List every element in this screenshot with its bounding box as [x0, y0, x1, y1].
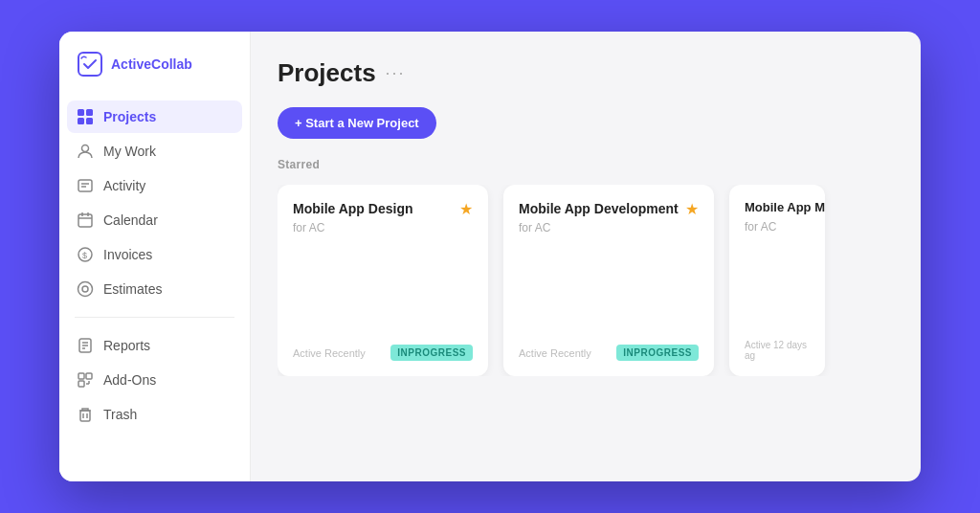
sidebar-item-add-ons-label: Add-Ons	[103, 372, 156, 388]
dollar-icon: $	[77, 246, 94, 263]
page-title: Projects	[278, 58, 376, 88]
project-card-3-bottom: Active 12 days ag	[745, 328, 810, 361]
project-card-1-client: for AC	[293, 221, 412, 234]
project-card-1-title: Mobile App Design	[293, 200, 412, 217]
sidebar-item-add-ons[interactable]: Add-Ons	[67, 364, 242, 396]
svg-rect-3	[78, 118, 84, 124]
project-card-2-title: Mobile App Development	[519, 200, 679, 217]
svg-point-5	[82, 145, 89, 152]
nav-section-secondary: Reports Add-Ons	[59, 329, 250, 431]
sidebar-item-reports[interactable]: Reports	[67, 329, 242, 362]
person-icon	[77, 143, 94, 160]
trash-icon	[77, 406, 94, 423]
logo-icon	[77, 51, 103, 78]
sidebar: ActiveCollab Projects My Work	[59, 32, 251, 481]
project-card-1-bottom: Active Recently INPROGRESS	[293, 333, 473, 361]
addons-icon	[77, 371, 94, 389]
app-window: ActiveCollab Projects My Work	[59, 32, 921, 481]
sidebar-item-invoices[interactable]: $ Invoices	[67, 238, 242, 271]
project-card-3-title: Mobile App M	[745, 200, 825, 216]
logo-text: ActiveCollab	[111, 56, 192, 72]
nav-divider	[75, 317, 234, 318]
project-card-2-badge: INPROGRESS	[616, 345, 699, 361]
sidebar-item-calendar-label: Calendar	[103, 212, 158, 228]
sidebar-item-my-work[interactable]: My Work	[67, 135, 242, 167]
sidebar-item-projects-label: Projects	[103, 109, 156, 124]
sidebar-item-invoices-label: Invoices	[103, 247, 152, 262]
section-label-starred: Starred	[278, 158, 894, 171]
project-card-1-top: Mobile App Design for AC ★	[293, 200, 473, 234]
star-icon-2: ★	[685, 200, 699, 218]
project-card-2-client: for AC	[519, 221, 679, 234]
grid-icon	[77, 108, 94, 125]
sidebar-item-estimates[interactable]: Estimates	[67, 273, 242, 305]
projects-grid: Mobile App Design for AC ★ Active Recent…	[278, 185, 894, 376]
main-content: Projects ··· + Start a New Project Starr…	[251, 32, 921, 481]
svg-point-16	[78, 282, 93, 297]
project-card-2[interactable]: Mobile App Development for AC ★ Active R…	[503, 185, 714, 376]
logo: ActiveCollab	[59, 51, 250, 100]
sidebar-item-activity-label: Activity	[103, 178, 145, 193]
nav-section-main: Projects My Work Activity	[59, 100, 250, 305]
settings-icon	[77, 280, 94, 298]
sidebar-item-reports-label: Reports	[103, 338, 150, 353]
sidebar-item-my-work-label: My Work	[103, 144, 156, 159]
svg-rect-0	[78, 53, 101, 76]
report-icon	[77, 337, 94, 354]
svg-rect-2	[86, 109, 93, 116]
new-project-button[interactable]: + Start a New Project	[278, 107, 436, 139]
project-card-3[interactable]: Mobile App M for AC Active 12 days ag	[729, 185, 825, 376]
svg-rect-9	[78, 214, 92, 227]
svg-rect-21	[78, 373, 84, 379]
svg-rect-1	[78, 109, 84, 116]
sidebar-item-trash[interactable]: Trash	[67, 398, 242, 431]
svg-rect-6	[78, 180, 92, 191]
sidebar-item-estimates-label: Estimates	[103, 281, 162, 297]
project-card-3-client: for AC	[745, 220, 825, 234]
project-card-2-status: Active Recently	[519, 347, 591, 359]
calendar-icon	[77, 212, 94, 229]
sidebar-item-calendar[interactable]: Calendar	[67, 204, 242, 236]
project-card-3-top: Mobile App M for AC	[745, 200, 810, 234]
sidebar-item-activity[interactable]: Activity	[67, 169, 242, 202]
star-icon-1: ★	[459, 200, 473, 218]
activity-icon	[77, 177, 94, 194]
svg-point-15	[82, 286, 88, 292]
sidebar-item-projects[interactable]: Projects	[67, 100, 242, 133]
svg-text:$: $	[82, 251, 87, 260]
svg-rect-24	[80, 411, 90, 421]
svg-rect-22	[86, 373, 92, 379]
project-card-2-bottom: Active Recently INPROGRESS	[519, 333, 699, 361]
svg-rect-4	[86, 118, 93, 124]
project-card-1-status: Active Recently	[293, 347, 366, 359]
project-card-3-status: Active 12 days ag	[745, 340, 810, 361]
svg-rect-23	[78, 381, 84, 387]
project-card-1-badge: INPROGRESS	[390, 345, 473, 361]
project-card-2-top: Mobile App Development for AC ★	[519, 200, 699, 234]
main-header: Projects ···	[278, 58, 894, 88]
sidebar-item-trash-label: Trash	[103, 407, 137, 422]
project-card-1[interactable]: Mobile App Design for AC ★ Active Recent…	[278, 185, 488, 376]
more-options-icon[interactable]: ···	[386, 63, 406, 83]
